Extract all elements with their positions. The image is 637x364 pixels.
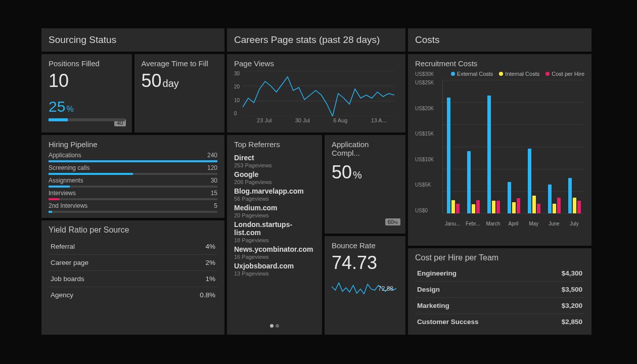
avg-time-label: Average Time to Fill [142, 59, 218, 68]
page-views-card: Page Views 3020100 23 Jul30 Jul6 Aug13 A… [227, 54, 405, 132]
page-views-chart [243, 71, 394, 116]
pipeline-row: Screening calls120 [49, 164, 217, 171]
page-views-title: Page Views [234, 59, 398, 68]
bounce-rate-value: 74.73 [332, 253, 398, 273]
cost-per-hire-team-card: Cost per Hire per Team Engineering$4,300… [408, 248, 592, 335]
referrer-item: London.startups-list.com18 Pageviews [234, 220, 315, 243]
careers-column: Careers Page stats (past 28 days) Page V… [227, 28, 405, 335]
sourcing-header: Sourcing Status [41, 28, 224, 52]
yield-row: Agency0.8% [49, 287, 217, 303]
application-completion-card: Application Compl... 50% 60% [325, 135, 405, 234]
costs-title: Costs [415, 34, 584, 46]
referrer-item: Google206 Pageviews [234, 170, 315, 185]
referrers-pager[interactable] [234, 321, 315, 330]
bounce-rate-last: 72.88 [378, 285, 393, 292]
application-completion-title: Application Compl... [332, 140, 398, 157]
recruitment-costs-title: Recruitment Costs [415, 59, 584, 68]
top-referrers-card: Top Referrers Direct253 PageviewsGoogle2… [227, 135, 322, 335]
referrer-item: Blog.marvelapp.com56 Pageviews [234, 187, 315, 202]
costs-column: Costs Recruitment Costs US$30K External … [408, 28, 592, 335]
positions-filled-pct: 25% [49, 98, 125, 115]
referrer-item: News.ycombinator.com16 Pageviews [234, 245, 315, 260]
yield-row: Referral4% [49, 239, 217, 255]
referrer-item: Direct253 Pageviews [234, 154, 315, 168]
sourcing-title: Sourcing Status [49, 34, 217, 46]
pipeline-row: 2nd Interviews5 [49, 202, 217, 209]
avg-time-value: 50day [142, 71, 218, 91]
hiring-pipeline-title: Hiring Pipeline [49, 140, 217, 149]
positions-filled-label: Positions Filled [49, 59, 125, 68]
hiring-pipeline-card: Hiring Pipeline Applications240Screening… [41, 135, 224, 218]
yield-row: Career page2% [49, 255, 217, 271]
application-completion-badge: 60% [385, 218, 400, 225]
cph-team-row: Customer Success$2,850 [415, 314, 584, 330]
yield-ratio-title: Yield Ratio per Source [49, 225, 217, 235]
application-completion-value: 50% [332, 162, 398, 183]
top-referrers-title: Top Referrers [234, 140, 315, 149]
referrer-item: Medium.com20 Pageviews [234, 204, 315, 218]
positions-filled-progress [49, 118, 125, 121]
positions-filled-value: 10 [49, 71, 125, 91]
pipeline-row: Assignments30 [49, 177, 217, 184]
bounce-rate-title: Bounce Rate [332, 241, 398, 250]
yield-row: Job boards1% [49, 271, 217, 287]
avg-time-card: Average Time to Fill 50day [134, 54, 225, 132]
pipeline-row: Applications240 [49, 152, 217, 159]
cph-team-row: Engineering$4,300 [415, 265, 584, 282]
recruitment-costs-card: Recruitment Costs US$30K External CostsI… [408, 54, 592, 246]
cph-team-row: Marketing$3,200 [415, 298, 584, 314]
bounce-rate-card: Bounce Rate 74.73 72.88 [325, 236, 405, 335]
costs-header: Costs [408, 28, 592, 52]
cph-team-title: Cost per Hire per Team [415, 253, 584, 262]
careers-title: Careers Page stats (past 28 days) [234, 34, 398, 46]
recruitment-legend: External CostsInternal CostsCost per Hir… [451, 71, 584, 77]
careers-header: Careers Page stats (past 28 days) [227, 28, 405, 52]
sourcing-column: Sourcing Status Positions Filled 10 25% … [41, 28, 224, 335]
cph-team-row: Design$3,500 [415, 282, 584, 298]
positions-filled-card: Positions Filled 10 25% 40 [41, 54, 132, 132]
referrer-item: Uxjobsboard.com13 Pageviews [234, 262, 315, 277]
recruitment-chart: US$25KUS$20KUS$15KUS$10KUS$5KUS$0 Janu..… [415, 80, 584, 226]
yield-ratio-card: Yield Ratio per Source Referral4%Career … [41, 220, 224, 335]
pipeline-row: Interviews15 [49, 190, 217, 197]
